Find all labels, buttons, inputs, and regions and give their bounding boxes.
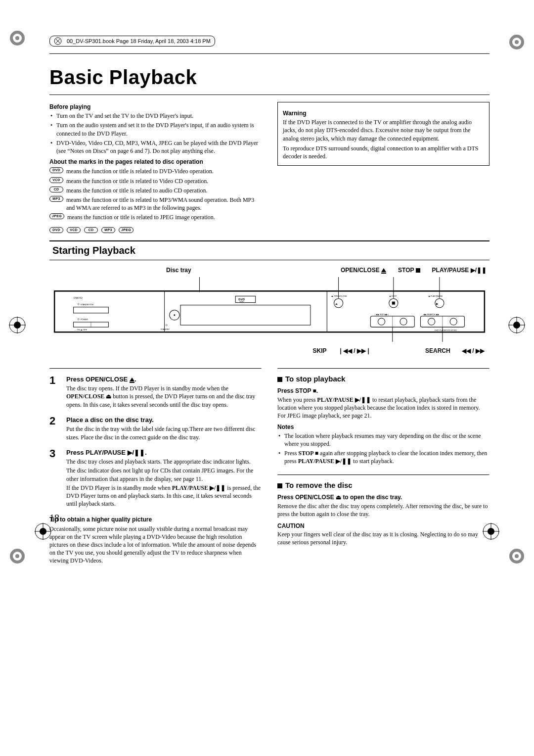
stop-icon xyxy=(416,268,420,273)
svg-point-70 xyxy=(450,318,457,325)
svg-rect-33 xyxy=(54,291,485,332)
svg-point-9 xyxy=(14,322,21,329)
doc-header-icon xyxy=(54,37,62,45)
play-pause-label: PLAY/PAUSE ▶/❚❚ xyxy=(432,266,487,274)
print-mark-icon xyxy=(508,34,525,50)
rule xyxy=(49,53,490,54)
step-para: The disc indicator does not light up for… xyxy=(66,467,262,482)
rule xyxy=(277,368,490,369)
device-bottom-labels: SKIP ❘◀◀ / ▶▶❘ SEARCH ◀◀ / ▶▶ xyxy=(49,344,490,355)
print-mark-icon xyxy=(508,548,525,565)
svg-text:POWER: POWER xyxy=(81,318,88,321)
step-title: Place a disc on the disc tray. xyxy=(66,416,262,425)
print-mark-icon xyxy=(9,30,26,47)
list-item: Turn on the TV and set the TV to the DVD… xyxy=(56,112,262,120)
mark-line: MP3 means the function or title is relat… xyxy=(49,196,262,212)
jpeg-badge-icon: JPEG xyxy=(49,213,64,219)
svg-point-47 xyxy=(166,324,167,326)
page-title: Basic Playback xyxy=(49,64,490,91)
dvd-badge-icon: DVD xyxy=(49,167,63,173)
print-mark-icon xyxy=(9,548,26,565)
page-number: 18 xyxy=(49,512,59,525)
section-heading: Starting Playback xyxy=(52,244,487,257)
eject-icon xyxy=(130,378,134,381)
svg-rect-44 xyxy=(180,305,311,325)
remove-disc-heading: To remove the disc xyxy=(277,480,490,490)
svg-point-16 xyxy=(15,554,19,558)
mark-text: means the function or title is related t… xyxy=(66,177,262,185)
step-title: Press PLAY/PAUSE ▶/❚❚. xyxy=(66,448,262,457)
mark-line: VCD means the function or title is relat… xyxy=(49,177,262,185)
device-diagram: ONKYO STANDBY/ON POWER — ON ⏏ OFF STANDB… xyxy=(49,277,490,344)
rule xyxy=(49,368,262,369)
svg-point-27 xyxy=(488,528,494,535)
print-mark-icon xyxy=(508,317,525,333)
svg-text:STANDBY: STANDBY xyxy=(161,328,170,331)
play-pause-icon: ▶/❚❚ xyxy=(471,267,487,274)
list-item: Turn on the audio system and set it to t… xyxy=(56,121,262,137)
search-label: SEARCH ◀◀ / ▶▶ xyxy=(425,347,485,355)
doc-header: 00_DV-SP301.book Page 18 Friday, April 1… xyxy=(49,36,215,47)
step-3: 3 Press PLAY/PAUSE ▶/❚❚. The disc tray c… xyxy=(49,448,262,509)
badge-row: DVD VCD CD MP3 JPEG xyxy=(49,225,262,233)
remove-disc-para: Remove the disc after the disc tray open… xyxy=(277,502,490,518)
before-playing-list: Turn on the TV and set the TV to the DVD… xyxy=(49,112,262,155)
warning-para: To reproduce DTS surround sounds, digita… xyxy=(283,144,484,160)
press-stop: Press STOP ■. xyxy=(277,387,490,395)
svg-point-13 xyxy=(513,322,520,329)
play-pause-icon: ▶/❚❚ xyxy=(128,449,145,456)
mark-line: DVD means the function or title is relat… xyxy=(49,167,262,175)
rule xyxy=(49,94,490,95)
svg-text:— ON  ⏏ OFF: — ON ⏏ OFF xyxy=(75,329,88,331)
panel-brand: ONKYO xyxy=(74,296,83,299)
print-mark-icon xyxy=(483,523,499,540)
mark-line: JPEG means the function or title is rela… xyxy=(49,213,262,221)
disc-tray-label: Disc tray xyxy=(166,266,191,274)
svg-text:◀◀ SEARCH ▶▶: ◀◀ SEARCH ▶▶ xyxy=(423,313,439,316)
print-mark-icon xyxy=(35,523,51,540)
stop-para: For JPEG image playback, see page 21. xyxy=(277,412,490,420)
intro-left: Before playing Turn on the TV and set th… xyxy=(49,100,262,234)
square-bullet-icon xyxy=(277,483,282,488)
notes-list: The location where playback resumes may … xyxy=(277,432,490,466)
intro-right: Warning If the DVD Player is connected t… xyxy=(277,100,490,234)
stop-playback-heading: To stop playback xyxy=(277,374,490,384)
mark-line: CD means the function or title is relate… xyxy=(49,187,262,194)
vcd-badge-icon: VCD xyxy=(49,177,63,183)
svg-text:⏏ OPEN/CLOSE: ⏏ OPEN/CLOSE xyxy=(331,295,347,297)
intro-columns: Before playing Turn on the TV and set th… xyxy=(49,100,490,234)
step-number: 1 xyxy=(49,375,60,410)
stop-label: STOP xyxy=(398,266,420,274)
warning-heading: Warning xyxy=(283,109,484,117)
svg-text:VIDEO: VIDEO xyxy=(239,300,244,302)
search-icon: ◀◀ / ▶▶ xyxy=(462,347,485,354)
eject-icon xyxy=(381,268,386,272)
step-para: If the DVD Player is in standby mode whe… xyxy=(66,484,262,508)
list-item: The location where playback resumes may … xyxy=(284,432,490,448)
steps-column: 1 Press OPEN/CLOSE . The disc tray opens… xyxy=(49,365,262,565)
warning-para: If the DVD Player is connected to the TV… xyxy=(283,118,484,142)
svg-text:▶ PLAY/PAUSE: ▶ PLAY/PAUSE xyxy=(429,295,443,297)
svg-point-40 xyxy=(78,318,79,320)
mp3-badge-icon: MP3 xyxy=(101,227,115,233)
skip-label: SKIP ❘◀◀ / ▶▶❘ xyxy=(313,347,371,355)
svg-rect-56 xyxy=(392,301,395,304)
list-item: DVD-Video, Video CD, CD, MP3, WMA, JPEG … xyxy=(56,139,262,155)
svg-text:DVD PLAYER  DV-SP301: DVD PLAYER DV-SP301 xyxy=(435,329,457,331)
svg-text:▶: ▶ xyxy=(436,302,439,305)
mp3-badge-icon: MP3 xyxy=(49,196,63,202)
tip-heading: Tip to obtain a higher quality picture xyxy=(49,516,262,523)
instruction-columns: 1 Press OPEN/CLOSE . The disc tray opens… xyxy=(49,365,490,565)
stop-para: When you press PLAY/PAUSE ▶/❚❚ to restar… xyxy=(277,396,490,412)
svg-point-2 xyxy=(15,36,19,40)
step-2: 2 Place a disc on the disc tray. Put the… xyxy=(49,416,262,442)
step-para: The disc tray opens. If the DVD Player i… xyxy=(66,384,262,409)
step-title: Press OPEN/CLOSE . xyxy=(66,375,262,384)
mark-text: means the function or title is related t… xyxy=(67,213,262,221)
svg-point-46 xyxy=(174,314,175,316)
rule xyxy=(277,474,490,475)
open-close-label: OPEN/CLOSE xyxy=(341,266,386,274)
skip-icon: ❘◀◀ / ▶▶❘ xyxy=(338,347,371,354)
svg-point-5 xyxy=(515,40,519,44)
dvd-badge-icon: DVD xyxy=(49,227,63,233)
